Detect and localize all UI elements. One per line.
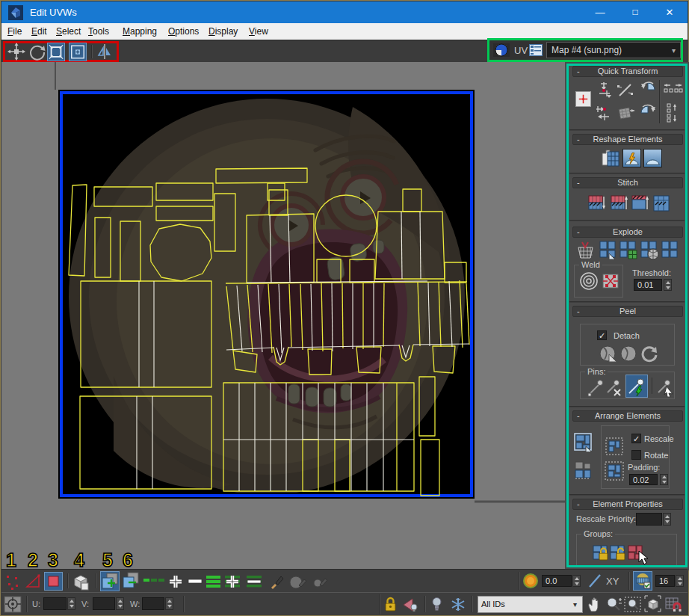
edge-distance-spinner[interactable] <box>676 575 684 587</box>
threshold-spinner[interactable] <box>664 279 672 291</box>
snap-icon[interactable] <box>664 597 682 612</box>
move-tool-icon[interactable] <box>7 43 25 61</box>
padding-spinner[interactable] <box>660 474 668 485</box>
section-stitch[interactable]: -Stitch <box>572 177 683 188</box>
stitch-source-icon[interactable] <box>631 194 649 212</box>
explode-objects-icon[interactable] <box>661 240 679 260</box>
reset-peel-icon[interactable] <box>640 344 658 363</box>
pin-select-icon[interactable] <box>656 378 675 397</box>
zoom-extents-icon[interactable] <box>644 595 661 612</box>
v-field[interactable] <box>93 597 115 610</box>
rotate-tool-icon[interactable] <box>28 43 46 61</box>
edge-distance-field[interactable]: 16 <box>655 575 675 587</box>
falloff-space-xy[interactable]: XY <box>606 576 619 587</box>
section-quick-transform[interactable]: -Quick Transform <box>572 66 683 77</box>
group-selected-icon[interactable] <box>592 544 610 562</box>
vertex-mode-icon[interactable] <box>5 574 20 591</box>
hide-icon[interactable] <box>431 597 442 612</box>
shrink-selection-icon[interactable] <box>122 571 141 591</box>
menu-file[interactable]: File <box>7 26 22 37</box>
rotate-cw-icon[interactable] <box>639 103 658 123</box>
relax-until-flat-icon[interactable] <box>600 149 620 167</box>
rotate-ccw-icon[interactable] <box>639 81 656 99</box>
align-horizontal-icon[interactable] <box>594 103 614 123</box>
section-element-properties[interactable]: -Element Properties <box>572 499 683 510</box>
break-icon[interactable] <box>599 240 617 260</box>
paint-brush-shrink-icon[interactable] <box>311 573 329 591</box>
rescale-priority-field[interactable] <box>636 513 662 526</box>
align-edge-icon[interactable] <box>617 81 634 99</box>
target-weld-icon[interactable] <box>580 272 599 291</box>
soft-value-spinner[interactable] <box>572 575 581 587</box>
explode-to-vertex-icon[interactable] <box>576 240 595 260</box>
weld-selected-icon[interactable] <box>602 272 620 291</box>
absolute-mode-icon[interactable] <box>4 596 22 613</box>
grow-selection-icon[interactable] <box>100 571 120 591</box>
menu-view[interactable]: View <box>249 26 268 37</box>
freeform-tool-icon[interactable] <box>69 43 87 61</box>
menu-select[interactable]: Select <box>56 26 81 37</box>
close-button[interactable]: ✕ <box>652 1 687 23</box>
pin-tool-icon[interactable] <box>587 378 605 397</box>
relax-by-face-icon[interactable] <box>643 149 662 167</box>
scale-tool-icon[interactable] <box>47 43 65 61</box>
padding-field[interactable]: 0.02 <box>629 474 658 485</box>
zoom-region-icon[interactable] <box>624 597 641 612</box>
w-spinner[interactable] <box>165 597 173 610</box>
minimize-button[interactable]: — <box>583 1 617 23</box>
maximize-button[interactable]: □ <box>618 1 652 23</box>
stitch-custom-icon[interactable] <box>587 194 606 212</box>
select-edge-loop-icon[interactable] <box>143 577 164 585</box>
mirror-tool-icon[interactable] <box>96 43 114 61</box>
menu-edit[interactable]: Edit <box>31 26 47 37</box>
lock-selection-icon[interactable] <box>384 597 397 612</box>
explode-faces-icon[interactable] <box>619 240 638 260</box>
paint-brush-grow-icon[interactable] <box>288 573 308 591</box>
explode-elements-icon[interactable] <box>640 240 660 260</box>
v-spinner[interactable] <box>116 597 124 610</box>
rescale-checkbox[interactable]: ✓ <box>631 434 641 443</box>
u-spinner[interactable] <box>67 597 75 610</box>
paint-select-icon[interactable] <box>269 574 285 590</box>
uv-editor-canvas[interactable] <box>1 62 565 570</box>
pin-live-icon[interactable] <box>625 375 648 398</box>
section-explode[interactable]: -Explode <box>572 227 683 238</box>
relax-icon[interactable] <box>622 149 641 167</box>
rotate-checkbox[interactable] <box>631 450 641 460</box>
map-list-icon[interactable] <box>529 44 543 56</box>
ungroup-icon[interactable] <box>609 544 627 562</box>
zoom-icon[interactable] <box>605 597 622 612</box>
ids-dropdown[interactable]: All IDs▾ <box>478 596 583 613</box>
quick-peel-icon[interactable] <box>599 344 617 363</box>
space-vertical-icon[interactable] <box>666 102 680 123</box>
shrink-ring-icon[interactable] <box>244 573 264 590</box>
section-arrange-elements[interactable]: -Arrange Elements <box>572 410 683 422</box>
unpin-tool-icon[interactable] <box>605 378 623 397</box>
freeze-icon[interactable] <box>451 597 466 612</box>
align-to-grid-icon[interactable] <box>617 105 635 122</box>
pack-together-icon[interactable] <box>574 461 593 479</box>
select-ring-icon[interactable] <box>206 574 221 590</box>
edge-distance-icon[interactable] <box>633 571 652 591</box>
space-horizontal-icon[interactable] <box>663 82 683 93</box>
polygon-mode-icon[interactable] <box>44 572 63 591</box>
u-field[interactable] <box>43 597 67 610</box>
falloff-linear-icon[interactable] <box>587 573 602 589</box>
shrink-loop-icon[interactable] <box>188 578 203 585</box>
element-mode-icon[interactable] <box>72 573 90 591</box>
threshold-field[interactable]: 0.01 <box>634 279 662 291</box>
rearrange-selected-icon[interactable] <box>605 437 623 455</box>
pan-icon[interactable] <box>587 597 603 612</box>
align-vertical-icon[interactable] <box>595 81 614 99</box>
edge-mode-icon[interactable] <box>25 573 42 591</box>
w-field[interactable] <box>142 597 164 610</box>
grow-ring-icon[interactable] <box>224 573 241 590</box>
menu-mapping[interactable]: Mapping <box>123 26 157 37</box>
menu-display[interactable]: Display <box>208 26 238 37</box>
menu-options[interactable]: Options <box>168 26 199 37</box>
detach-checkbox[interactable]: ✓ <box>597 330 607 340</box>
menu-tools[interactable]: Tools <box>88 26 109 37</box>
soft-value-field[interactable]: 0.0 <box>542 575 572 587</box>
grow-loop-icon[interactable] <box>167 573 184 590</box>
section-peel[interactable]: -Peel <box>572 306 683 317</box>
